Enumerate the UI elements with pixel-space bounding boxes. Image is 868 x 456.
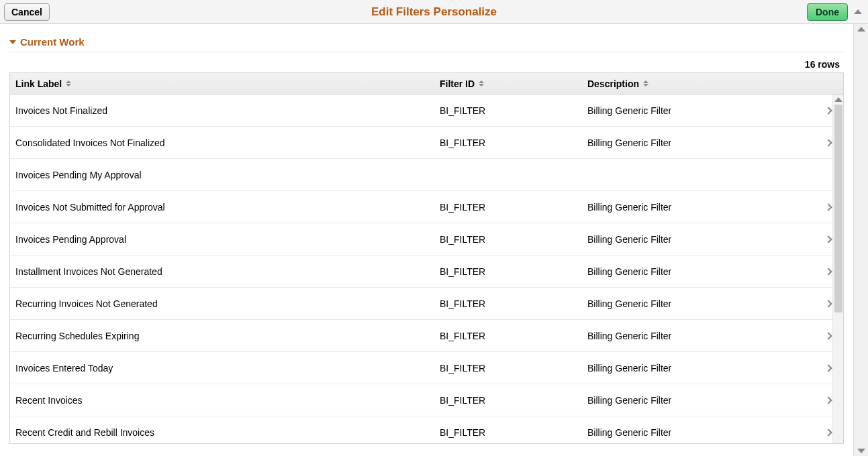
table-row[interactable]: Installment Invoices Not GeneratedBI_FIL… xyxy=(10,255,843,288)
scroll-up-icon xyxy=(857,27,865,32)
cell-filter-id: BI_FILTER xyxy=(440,234,587,245)
cell-filter-id: BI_FILTER xyxy=(440,202,587,213)
table-row[interactable]: Recurring Schedules ExpiringBI_FILTERBil… xyxy=(10,320,843,352)
column-header-text: Description xyxy=(587,78,639,89)
table-row[interactable]: Invoices Pending ApprovalBI_FILTERBillin… xyxy=(10,223,843,255)
scroll-thumb[interactable] xyxy=(834,105,842,312)
outer-scrollbar[interactable] xyxy=(853,24,868,456)
scroll-up-icon xyxy=(834,97,842,102)
table-row[interactable]: Invoices Entered TodayBI_FILTERBilling G… xyxy=(10,352,843,384)
sort-icon xyxy=(479,80,484,87)
cell-description: Billing Generic Filter xyxy=(587,137,814,148)
column-header-filter-id[interactable]: Filter ID xyxy=(440,78,587,89)
grid-body: Invoices Not FinalizedBI_FILTERBilling G… xyxy=(10,95,843,443)
cell-link-label: Recurring Schedules Expiring xyxy=(10,331,440,341)
scroll-down-icon xyxy=(857,449,865,453)
column-header-text: Link Label xyxy=(15,78,62,89)
cell-link-label: Invoices Not Finalized xyxy=(10,105,440,116)
done-button[interactable]: Done xyxy=(807,3,848,21)
inner-scrollbar[interactable] xyxy=(832,95,843,443)
table-row[interactable]: Invoices Not FinalizedBI_FILTERBilling G… xyxy=(10,95,843,127)
cell-link-label: Invoices Pending Approval xyxy=(10,234,440,245)
table-row[interactable]: Invoices Pending My Approval xyxy=(10,159,843,191)
chevron-right-icon xyxy=(824,429,832,436)
sort-icon xyxy=(643,80,648,87)
cell-description: Billing Generic Filter xyxy=(587,427,814,438)
sort-icon xyxy=(66,80,71,87)
page-title: Edit Filters Personalize xyxy=(0,5,868,19)
column-header-link-label[interactable]: Link Label xyxy=(10,78,440,89)
chevron-right-icon xyxy=(824,332,832,339)
column-header-text: Filter ID xyxy=(440,78,475,89)
section-toggle-current-work[interactable]: Current Work xyxy=(9,36,844,52)
cell-filter-id: BI_FILTER xyxy=(440,331,587,341)
cell-description: Billing Generic Filter xyxy=(587,363,814,374)
section-title: Current Work xyxy=(20,36,85,48)
topbar: Cancel Edit Filters Personalize Done xyxy=(0,0,868,24)
table-row[interactable]: Invoices Not Submitted for ApprovalBI_FI… xyxy=(10,191,843,223)
table-row[interactable]: Recurring Invoices Not GeneratedBI_FILTE… xyxy=(10,288,843,320)
cell-link-label: Installment Invoices Not Generated xyxy=(10,266,440,277)
cell-description: Billing Generic Filter xyxy=(587,202,814,213)
grid: Link Label Filter ID Description Invoice… xyxy=(9,72,844,444)
collapse-icon xyxy=(9,40,16,44)
cell-link-label: Recurring Invoices Not Generated xyxy=(10,298,440,309)
chevron-right-icon xyxy=(824,235,832,243)
chevron-right-icon xyxy=(824,364,832,372)
cell-filter-id: BI_FILTER xyxy=(440,298,587,309)
cell-filter-id: BI_FILTER xyxy=(440,137,587,148)
chevron-right-icon xyxy=(824,107,832,114)
chevron-right-icon xyxy=(824,203,832,211)
table-row[interactable]: Recent InvoicesBI_FILTERBilling Generic … xyxy=(10,384,843,416)
chevron-right-icon xyxy=(824,300,832,307)
cell-filter-id: BI_FILTER xyxy=(440,427,587,438)
cell-description: Billing Generic Filter xyxy=(587,298,814,309)
chevron-right-icon xyxy=(824,396,832,404)
cell-link-label: Invoices Entered Today xyxy=(10,363,440,374)
cell-link-label: Invoices Pending My Approval xyxy=(10,170,440,180)
cell-link-label: Consolidated Invoices Not Finalized xyxy=(10,137,440,148)
content-area: Current Work 16 rows Link Label Filter I… xyxy=(0,24,853,456)
cell-description: Billing Generic Filter xyxy=(587,234,814,245)
cell-link-label: Recent Invoices xyxy=(10,395,440,406)
table-row[interactable]: Consolidated Invoices Not FinalizedBI_FI… xyxy=(10,127,843,159)
cell-filter-id: BI_FILTER xyxy=(440,266,587,277)
cell-filter-id: BI_FILTER xyxy=(440,363,587,374)
cell-filter-id: BI_FILTER xyxy=(440,105,587,116)
cancel-button[interactable]: Cancel xyxy=(4,3,50,21)
row-count: 16 rows xyxy=(9,56,844,72)
chevron-right-icon xyxy=(824,139,832,146)
grid-header: Link Label Filter ID Description xyxy=(10,73,843,95)
chevron-up-icon[interactable] xyxy=(852,9,864,14)
cell-description: Billing Generic Filter xyxy=(587,331,814,341)
cell-link-label: Recent Credit and Rebill Invoices xyxy=(10,427,440,438)
cell-filter-id: BI_FILTER xyxy=(440,395,587,406)
cell-link-label: Invoices Not Submitted for Approval xyxy=(10,202,440,213)
cell-description: Billing Generic Filter xyxy=(587,266,814,277)
cell-description: Billing Generic Filter xyxy=(587,105,814,116)
table-row[interactable]: Recent Credit and Rebill InvoicesBI_FILT… xyxy=(10,416,843,443)
column-header-description[interactable]: Description xyxy=(587,78,814,89)
chevron-right-icon xyxy=(824,268,832,275)
cell-description: Billing Generic Filter xyxy=(587,395,814,406)
